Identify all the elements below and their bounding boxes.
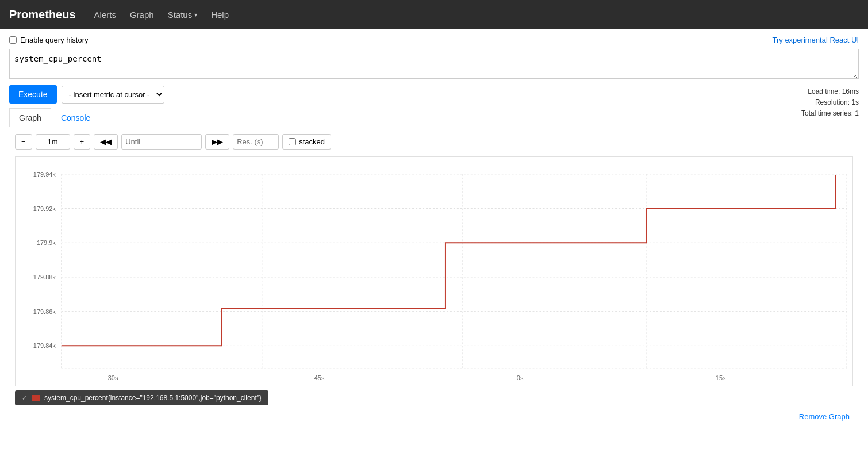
svg-text:45s: 45s bbox=[314, 374, 325, 381]
nav-alerts[interactable]: Alerts bbox=[87, 10, 123, 20]
chart-svg: 179.94k 179.92k 179.9k 179.88k 179.86k 1… bbox=[15, 156, 853, 386]
resolution-input[interactable] bbox=[233, 134, 279, 150]
graph-controls: − + ◀◀ ▶▶ stacked bbox=[15, 134, 859, 150]
enable-query-history-checkbox[interactable] bbox=[9, 36, 17, 44]
rewind-button[interactable]: ◀◀ bbox=[94, 134, 118, 150]
nav-status-dropdown[interactable]: Status ▾ bbox=[161, 10, 205, 20]
chart-container: 179.94k 179.92k 179.9k 179.88k 179.86k 1… bbox=[15, 156, 853, 388]
main-content: Enable query history Try experimental Re… bbox=[0, 29, 868, 456]
execute-button[interactable]: Execute bbox=[9, 85, 57, 104]
svg-text:179.86k: 179.86k bbox=[33, 308, 56, 315]
stacked-label[interactable]: stacked bbox=[282, 134, 331, 150]
tab-graph[interactable]: Graph bbox=[9, 108, 51, 127]
remove-graph-link[interactable]: Remove Graph bbox=[9, 408, 859, 426]
enable-query-history-label: Enable query history bbox=[20, 36, 89, 44]
until-input[interactable] bbox=[121, 134, 202, 150]
stacked-checkbox[interactable] bbox=[289, 138, 296, 145]
tab-console[interactable]: Console bbox=[51, 108, 100, 127]
query-area: system_cpu_percent bbox=[9, 49, 859, 81]
svg-text:15s: 15s bbox=[716, 374, 726, 381]
nav-help[interactable]: Help bbox=[204, 10, 236, 20]
svg-text:179.94k: 179.94k bbox=[33, 171, 56, 178]
tabs: Graph Console bbox=[9, 108, 859, 127]
svg-text:179.84k: 179.84k bbox=[33, 342, 56, 349]
svg-text:179.92k: 179.92k bbox=[33, 205, 56, 212]
insert-metric-select[interactable]: - insert metric at cursor - bbox=[62, 86, 164, 104]
svg-text:0s: 0s bbox=[517, 374, 524, 381]
brand-title: Prometheus bbox=[9, 8, 76, 21]
zoom-out-button[interactable]: − bbox=[15, 134, 32, 150]
svg-text:179.88k: 179.88k bbox=[33, 274, 56, 281]
resolution: Resolution: 1s bbox=[801, 97, 859, 108]
svg-text:179.9k: 179.9k bbox=[37, 239, 56, 246]
forward-button[interactable]: ▶▶ bbox=[205, 134, 229, 150]
stats-area: Load time: 16ms Resolution: 1s Total tim… bbox=[801, 86, 859, 120]
chevron-down-icon: ▾ bbox=[194, 12, 197, 18]
load-time: Load time: 16ms bbox=[801, 86, 859, 97]
navbar: Prometheus Alerts Graph Status ▾ Help bbox=[0, 0, 868, 29]
query-input[interactable]: system_cpu_percent bbox=[9, 49, 859, 79]
legend: ✓ system_cpu_percent{instance="192.168.5… bbox=[15, 390, 268, 405]
svg-text:30s: 30s bbox=[108, 374, 118, 381]
legend-color-swatch bbox=[32, 395, 40, 401]
nav-graph[interactable]: Graph bbox=[123, 10, 161, 20]
enable-query-history-container: Enable query history bbox=[9, 36, 89, 44]
controls-bar: Execute - insert metric at cursor - bbox=[9, 85, 859, 104]
legend-label: system_cpu_percent{instance="192.168.5.1… bbox=[44, 394, 262, 402]
duration-input[interactable] bbox=[36, 134, 70, 150]
legend-check: ✓ bbox=[22, 394, 27, 402]
top-bar: Enable query history Try experimental Re… bbox=[9, 36, 859, 44]
try-react-ui-link[interactable]: Try experimental React UI bbox=[772, 36, 859, 44]
total-time-series: Total time series: 1 bbox=[801, 108, 859, 119]
zoom-in-button[interactable]: + bbox=[74, 134, 91, 150]
